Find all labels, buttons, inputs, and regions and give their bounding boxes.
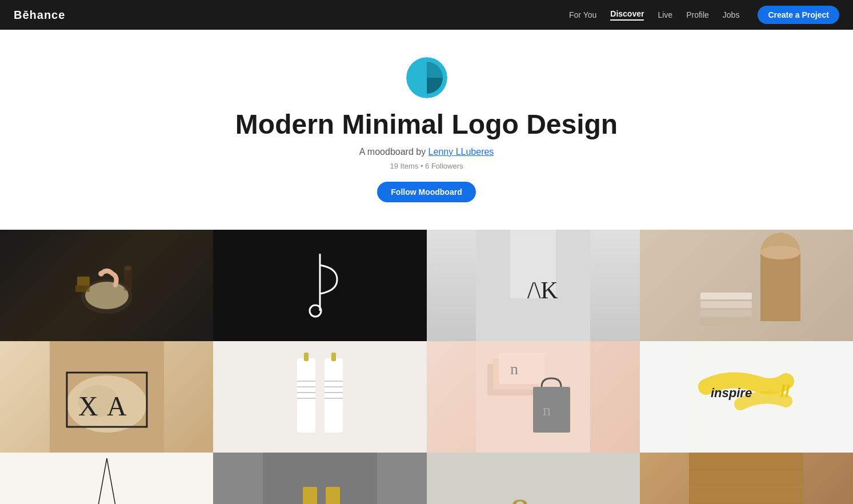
grid-row-1: /\K	[0, 230, 853, 341]
svg-rect-37	[304, 353, 309, 361]
nav-jobs[interactable]: Jobs	[723, 10, 740, 19]
grid-row-2: X A	[0, 341, 853, 453]
grid-item-3[interactable]: /\K	[427, 230, 640, 341]
grid-item-2[interactable]	[213, 230, 426, 341]
svg-text:inspire: inspire	[711, 386, 752, 400]
svg-rect-44	[533, 387, 570, 433]
hero-section: Modern Minimal Logo Design A moodboard b…	[0, 30, 853, 221]
svg-rect-17	[700, 301, 752, 308]
grid-row-3: &	[0, 453, 853, 504]
avatar	[406, 57, 447, 98]
svg-rect-19	[700, 318, 752, 325]
grid-item-5[interactable]: X A	[0, 341, 213, 453]
grid-item-11[interactable]: &	[427, 453, 640, 504]
nav-discover[interactable]: Discover	[610, 9, 644, 21]
svg-text:A: A	[107, 391, 127, 421]
svg-text://: //	[780, 382, 790, 401]
svg-text:X: X	[78, 391, 98, 421]
svg-rect-4	[75, 285, 90, 292]
navbar: Bēhance For You Discover Live Profile Jo…	[0, 0, 853, 30]
create-project-button[interactable]: Create a Project	[758, 6, 839, 24]
svg-rect-27	[297, 358, 315, 433]
svg-point-7	[98, 271, 104, 277]
svg-text:n: n	[510, 360, 518, 378]
follow-moodboard-button[interactable]: Follow Moodboard	[377, 182, 475, 202]
nav-for-you[interactable]: For You	[569, 10, 596, 19]
author-link[interactable]: Lenny LLuberes	[428, 147, 494, 157]
grid-item-6[interactable]	[213, 341, 426, 453]
svg-text:&: &	[507, 490, 539, 504]
grid-item-8[interactable]: inspire //	[640, 341, 853, 453]
hero-meta: 19 Items • 6 Followers	[11, 162, 842, 170]
brand-logo[interactable]: Bēhance	[14, 9, 65, 22]
svg-rect-26	[263, 341, 377, 453]
nav-live[interactable]: Live	[658, 10, 672, 19]
svg-rect-14	[760, 253, 800, 321]
svg-rect-3	[77, 277, 90, 286]
svg-point-6	[124, 266, 132, 270]
nav-links: For You Discover Live Profile Jobs Creat…	[569, 6, 839, 24]
svg-text:n: n	[543, 401, 551, 419]
grid-item-7[interactable]: n n	[427, 341, 640, 453]
svg-rect-18	[700, 310, 752, 317]
svg-rect-55	[263, 453, 377, 504]
svg-point-2	[85, 282, 129, 309]
grid-item-12[interactable]	[640, 453, 853, 504]
hero-subtitle: A moodboard by Lenny LLuberes	[11, 147, 842, 157]
svg-rect-42	[499, 353, 544, 384]
grid-item-10[interactable]	[213, 453, 426, 504]
svg-rect-38	[331, 353, 336, 361]
grid-section: /\K	[0, 221, 853, 504]
svg-rect-56	[303, 487, 317, 504]
nav-profile[interactable]: Profile	[686, 10, 709, 19]
svg-text:/\K: /\K	[527, 277, 558, 303]
svg-rect-28	[325, 358, 343, 433]
page-title: Modern Minimal Logo Design	[11, 110, 842, 140]
svg-rect-57	[326, 487, 340, 504]
grid-item-4[interactable]	[640, 230, 853, 341]
svg-point-15	[760, 246, 800, 259]
grid-item-1[interactable]	[0, 230, 213, 341]
grid-item-9[interactable]	[0, 453, 213, 504]
svg-rect-5	[124, 268, 132, 291]
svg-rect-60	[689, 453, 803, 504]
svg-rect-16	[700, 293, 752, 299]
